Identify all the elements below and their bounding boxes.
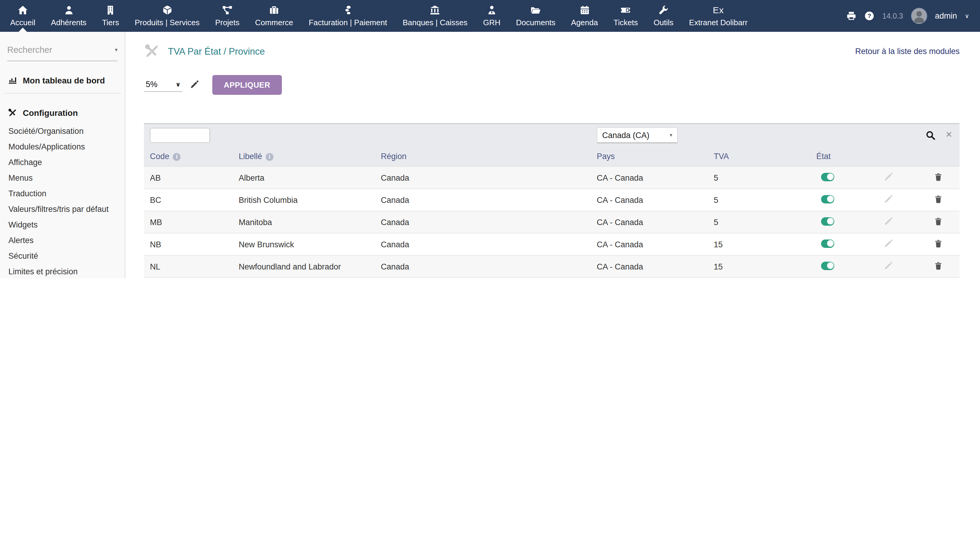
filter-row: Canada (CA) ▾ ✕	[144, 124, 960, 147]
sidebar-item-modules-applications[interactable]: Modules/Applications	[0, 138, 125, 154]
chevron-down-icon[interactable]: ∨	[965, 13, 969, 19]
back-to-modules-link[interactable]: Retour à la liste des modules	[855, 47, 960, 56]
nav-item-accueil[interactable]: Accueil	[2, 0, 43, 32]
col-header-tva[interactable]: TVA	[714, 152, 816, 161]
vat-by-province-table: Canada (CA) ▾ ✕ Codei Libelléi Région Pa…	[144, 123, 960, 278]
column-headers: Codei Libelléi Région Pays TVA État	[144, 147, 960, 166]
avatar[interactable]	[911, 8, 927, 24]
sidebar-item-configuration[interactable]: Configuration	[8, 108, 120, 118]
table-row-nb: NB New Brunswick Canada CA - Canada 15	[144, 233, 960, 255]
delete-trash-icon[interactable]	[934, 217, 943, 226]
configuration-menu: Société/Organisation Modules/Application…	[0, 123, 125, 278]
user-tie-icon	[487, 5, 497, 16]
navbar-right: 14.0.3 admin ∨	[846, 0, 978, 32]
sidebar-item-valeurs-filtres[interactable]: Valeurs/filtres/tris par défaut	[0, 201, 125, 217]
edit-pencil-icon[interactable]	[883, 172, 893, 182]
sidebar-item-limites-precision[interactable]: Limites et précision	[0, 264, 125, 278]
briefcase-icon	[269, 5, 279, 16]
page-title: TVA Par État / Province	[168, 46, 265, 57]
building-icon	[105, 5, 116, 16]
page-header: TVA Par État / Province Retour à la list…	[126, 32, 980, 59]
state-toggle-on[interactable]	[821, 195, 834, 203]
edit-pencil-icon[interactable]	[883, 239, 893, 248]
delete-trash-icon[interactable]	[934, 239, 943, 248]
col-header-region[interactable]: Région	[381, 152, 597, 161]
state-toggle-on[interactable]	[821, 173, 834, 181]
nav-item-extranet-dolibarr[interactable]: ExExtranet Dolibarr	[681, 0, 755, 32]
coins-icon	[342, 5, 353, 16]
table-row-ab: AB Alberta Canada CA - Canada 5	[144, 166, 960, 189]
avatar-person-icon	[912, 9, 926, 23]
sidebar-item-societe-organisation[interactable]: Société/Organisation	[0, 123, 125, 138]
sidebar-item-menus[interactable]: Menus	[0, 170, 125, 186]
nav-item-produits-services[interactable]: Produits | Services	[127, 0, 207, 32]
state-toggle-on[interactable]	[821, 261, 834, 270]
top-navbar: Accueil Adhérents Tiers Produits | Servi…	[0, 0, 980, 32]
edit-pencil-icon[interactable]	[883, 261, 893, 270]
chart-bar-icon	[8, 76, 18, 85]
select-chevron-icon: ∨	[176, 81, 180, 88]
delete-trash-icon[interactable]	[934, 172, 943, 182]
table-head: Canada (CA) ▾ ✕ Codei Libelléi Région Pa…	[144, 123, 960, 166]
calendar-icon	[579, 5, 590, 16]
nav-item-outils[interactable]: Outils	[646, 0, 681, 32]
col-header-libelle[interactable]: Libelléi	[239, 152, 381, 161]
apply-button[interactable]: APPLIQUER	[212, 75, 282, 94]
nav-item-commerce[interactable]: Commerce	[247, 0, 301, 32]
user-menu[interactable]: admin	[935, 11, 957, 20]
select-arrow-icon: ▾	[670, 132, 672, 138]
info-icon: i	[173, 153, 181, 161]
tools-icon	[8, 108, 18, 118]
edit-pencil-icon[interactable]	[883, 194, 893, 204]
sidebar-item-alertes[interactable]: Alertes	[0, 232, 125, 248]
col-header-code[interactable]: Codei	[150, 152, 239, 161]
nav-item-documents[interactable]: Documents	[508, 0, 563, 32]
wrench-icon	[658, 5, 669, 16]
sidebar: Rechercher ▾ Mon tableau de bord Configu…	[0, 32, 125, 278]
nav-item-grh[interactable]: GRH	[475, 0, 508, 32]
sidebar-item-dashboard[interactable]: Mon tableau de bord	[8, 76, 120, 85]
cube-icon	[162, 5, 172, 16]
delete-trash-icon[interactable]	[934, 261, 943, 270]
printer-icon[interactable]	[846, 11, 857, 21]
clear-filter-icon[interactable]: ✕	[946, 130, 952, 139]
nav-item-tickets[interactable]: Tickets	[606, 0, 646, 32]
search-input[interactable]: Rechercher ▾	[7, 45, 118, 61]
project-diagram-icon	[222, 5, 233, 16]
ticket-icon	[620, 5, 631, 16]
nav-item-banques-caisses[interactable]: Banques | Caisses	[395, 0, 475, 32]
code-filter-input[interactable]	[150, 128, 210, 143]
dropdown-arrow-icon: ▾	[115, 47, 118, 53]
vat-rate-select[interactable]: 5% ∨	[144, 77, 182, 92]
module-tools-icon	[144, 43, 160, 59]
col-header-pays[interactable]: Pays	[597, 152, 714, 161]
delete-trash-icon[interactable]	[934, 194, 943, 204]
table-row-mb: MB Manitoba Canada CA - Canada 5	[144, 211, 960, 233]
home-icon	[18, 5, 28, 16]
nav-item-projets[interactable]: Projets	[207, 0, 247, 32]
divider	[4, 93, 121, 94]
default-rate-row: 5% ∨ APPLIQUER	[144, 75, 980, 94]
extranet-icon: Ex	[713, 5, 724, 16]
country-filter-select[interactable]: Canada (CA) ▾	[597, 127, 678, 143]
edit-pencil-icon[interactable]	[883, 217, 893, 226]
nav-item-tiers[interactable]: Tiers	[94, 0, 127, 32]
member-icon	[63, 5, 74, 16]
sidebar-item-affichage[interactable]: Affichage	[0, 154, 125, 170]
state-toggle-on[interactable]	[821, 217, 834, 225]
search-icon[interactable]	[925, 130, 936, 140]
col-header-etat[interactable]: État	[816, 152, 882, 161]
edit-rate-pencil-icon[interactable]	[190, 80, 199, 90]
sidebar-item-widgets[interactable]: Widgets	[0, 217, 125, 232]
nav-item-agenda[interactable]: Agenda	[563, 0, 606, 32]
table-row-bc: BC British Columbia Canada CA - Canada 5	[144, 189, 960, 211]
bank-icon	[430, 5, 441, 16]
state-toggle-on[interactable]	[821, 239, 834, 248]
folder-icon	[531, 5, 541, 16]
nav-item-facturation-paiement[interactable]: Facturation | Paiement	[301, 0, 395, 32]
dolibarr-app: Accueil Adhérents Tiers Produits | Servi…	[0, 0, 980, 278]
nav-item-adherents[interactable]: Adhérents	[43, 0, 94, 32]
sidebar-item-securite[interactable]: Sécurité	[0, 248, 125, 264]
sidebar-item-traduction[interactable]: Traduction	[0, 186, 125, 201]
help-icon[interactable]	[864, 11, 875, 21]
